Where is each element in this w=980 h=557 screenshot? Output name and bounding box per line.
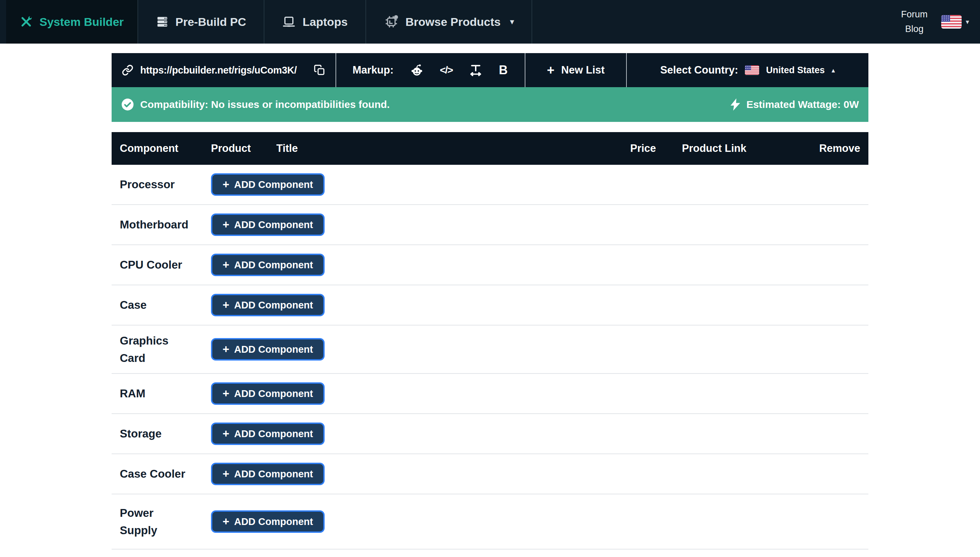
component-label: Graphics Card xyxy=(120,332,211,367)
plus-icon: + xyxy=(222,388,229,399)
build-table: Component Product Title Price Product Li… xyxy=(112,132,868,549)
bold-icon[interactable]: B xyxy=(499,63,508,77)
plus-icon: + xyxy=(222,515,229,527)
nav-item-label: Pre-Build PC xyxy=(175,15,247,29)
chevron-down-icon: ▾ xyxy=(510,17,514,26)
us-flag-icon xyxy=(941,15,962,29)
page: System Builder Pre-Build PC xyxy=(0,0,980,557)
wattage-status: Estimated Wattage: 0W xyxy=(730,98,859,111)
nav-item-browse-products[interactable]: Browse Products ▾ xyxy=(366,0,532,44)
col-remove: Remove xyxy=(799,142,860,155)
language-selector[interactable]: ▾ xyxy=(941,15,969,29)
reddit-icon xyxy=(410,64,423,77)
col-title: Title xyxy=(276,142,630,155)
col-product: Product xyxy=(211,142,276,155)
add-component-label: ADD Component xyxy=(234,179,313,190)
select-country-label: Select Country: xyxy=(660,64,738,76)
component-label: Power Supply xyxy=(120,504,211,539)
compatibility-status: Compatibility: No issues or incompatibil… xyxy=(121,98,389,111)
table-row-power-supply: Power Supply + ADD Component xyxy=(112,494,868,549)
table-row-cpu-cooler: CPU Cooler + ADD Component xyxy=(112,245,868,285)
nav-item-prebuild-pc[interactable]: Pre-Build PC xyxy=(138,0,265,44)
nav-item-laptops[interactable]: Laptops xyxy=(264,0,366,44)
forum-link[interactable]: Forum xyxy=(901,9,928,20)
add-component-button[interactable]: + ADD Component xyxy=(211,173,325,196)
table-row-case-cooler: Case Cooler + ADD Component xyxy=(112,454,868,494)
markup-section: Markup: </> xyxy=(336,53,526,87)
plus-icon: + xyxy=(222,299,229,311)
plus-icon: + xyxy=(222,343,229,355)
plus-icon: + xyxy=(222,178,229,190)
nav-item-label: Laptops xyxy=(302,15,347,29)
component-label: Case xyxy=(120,296,211,314)
add-component-label: ADD Component xyxy=(234,469,313,480)
plus-icon: + xyxy=(547,64,554,77)
table-row-case: Case + ADD Component xyxy=(112,285,868,326)
component-label: RAM xyxy=(120,385,211,402)
add-component-button[interactable]: + ADD Component xyxy=(211,294,325,316)
country-section: Select Country: United States ▴ xyxy=(627,53,868,87)
component-label: Case Cooler xyxy=(120,465,211,482)
col-price: Price xyxy=(630,142,682,155)
add-component-label: ADD Component xyxy=(234,516,313,528)
country-selector[interactable]: United States xyxy=(766,65,825,76)
component-label: CPU Cooler xyxy=(120,256,211,274)
chevron-down-icon: ▾ xyxy=(966,18,969,26)
plus-icon: + xyxy=(222,468,229,479)
new-list-button[interactable]: + New List xyxy=(526,53,627,87)
lightning-bolt-icon xyxy=(730,98,740,111)
share-url-section: https://pcbuilder.net/rigs/uCom3K/ xyxy=(112,53,336,87)
copy-icon xyxy=(314,64,325,76)
chip-icon xyxy=(384,14,399,29)
col-component: Component xyxy=(120,142,211,155)
add-component-label: ADD Component xyxy=(234,219,313,231)
us-flag-icon xyxy=(745,65,759,75)
build-share-url: https://pcbuilder.net/rigs/uCom3K/ xyxy=(140,65,297,76)
nav-right: Forum Blog ▾ xyxy=(901,0,980,44)
server-icon xyxy=(156,15,169,28)
wattage-text: Estimated Wattage: 0W xyxy=(746,99,859,110)
top-navigation: System Builder Pre-Build PC xyxy=(0,0,980,44)
compatibility-message: Compatibility: No issues or incompatibil… xyxy=(140,99,389,110)
add-component-button[interactable]: + ADD Component xyxy=(211,254,325,276)
text-width-markup-button[interactable] xyxy=(469,64,482,77)
component-label: Motherboard xyxy=(120,216,211,233)
check-circle-icon xyxy=(121,98,134,111)
nav-links: Forum Blog xyxy=(901,9,928,34)
add-component-button[interactable]: + ADD Component xyxy=(211,510,325,533)
table-row-ram: RAM + ADD Component xyxy=(112,374,868,414)
nav-item-label: Browse Products xyxy=(406,15,501,29)
component-label: Storage xyxy=(120,425,211,442)
plus-icon: + xyxy=(222,259,229,270)
chevron-up-icon: ▴ xyxy=(832,66,835,74)
add-component-button[interactable]: + ADD Component xyxy=(211,382,325,405)
compatibility-banner: Compatibility: No issues or incompatibil… xyxy=(112,87,868,122)
text-width-icon xyxy=(469,64,482,77)
main-container: https://pcbuilder.net/rigs/uCom3K/ Marku… xyxy=(112,53,868,549)
add-component-label: ADD Component xyxy=(234,259,313,271)
plus-icon: + xyxy=(222,218,229,230)
add-component-button[interactable]: + ADD Component xyxy=(211,422,325,445)
add-component-label: ADD Component xyxy=(234,344,313,355)
code-icon[interactable]: </> xyxy=(440,64,453,76)
table-header: Component Product Title Price Product Li… xyxy=(112,132,868,165)
table-row-graphics-card: Graphics Card + ADD Component xyxy=(112,326,868,374)
new-list-label: New List xyxy=(561,64,604,76)
reddit-markup-button[interactable] xyxy=(410,64,423,77)
col-product-link: Product Link xyxy=(682,142,799,155)
link-icon xyxy=(122,64,133,76)
blog-link[interactable]: Blog xyxy=(905,24,923,34)
add-component-label: ADD Component xyxy=(234,388,313,399)
laptop-icon xyxy=(282,15,296,29)
table-row-motherboard: Motherboard + ADD Component xyxy=(112,205,868,245)
add-component-button[interactable]: + ADD Component xyxy=(211,213,325,236)
nav-item-system-builder[interactable]: System Builder xyxy=(6,0,138,44)
tools-icon xyxy=(20,15,32,28)
markup-label: Markup: xyxy=(352,64,394,76)
add-component-button[interactable]: + ADD Component xyxy=(211,463,325,485)
add-component-button[interactable]: + ADD Component xyxy=(211,338,325,360)
component-label: Processor xyxy=(120,176,211,193)
nav-item-label: System Builder xyxy=(39,15,124,29)
copy-url-button[interactable] xyxy=(314,64,325,76)
table-row-storage: Storage + ADD Component xyxy=(112,414,868,454)
